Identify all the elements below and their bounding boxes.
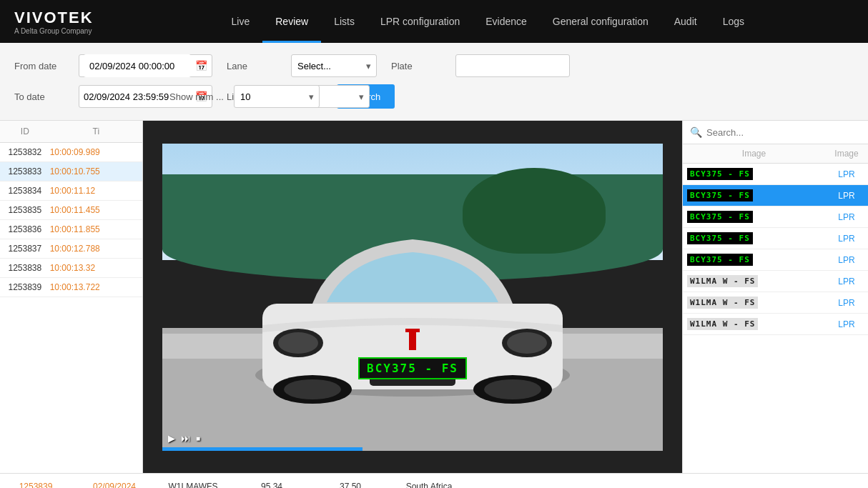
video-container: BCY375 - FS ▶ ⏭ ■ — [162, 144, 663, 451]
right-plate-text: BCY375 - FS — [687, 189, 753, 201]
app-header: VIVOTEK A Delta Group Company Live Revie… — [0, 0, 868, 43]
cell-id: 1253838 — [0, 263, 50, 273]
table-row[interactable]: 1253832 10:00:09.989 — [0, 143, 142, 162]
from-date-input-wrapper[interactable]: 📅 — [79, 54, 212, 77]
nav-review[interactable]: Review — [262, 0, 321, 43]
svg-point-8 — [284, 379, 341, 399]
table-row[interactable]: 1253834 10:00:11.12 — [0, 181, 142, 201]
right-search-icon: 🔍 — [690, 126, 702, 138]
video-progress-bar[interactable] — [162, 447, 363, 451]
bottom-country: South Africa — [400, 482, 458, 489]
svg-point-5 — [507, 332, 547, 354]
right-plate-text: BCY375 - FS — [687, 168, 753, 180]
table-row[interactable]: 1253835 10:00:11.455 — [0, 201, 142, 220]
nav-live[interactable]: Live — [219, 0, 263, 43]
bottom-plate: W1LMAWFS — [164, 482, 222, 489]
right-list-item[interactable]: BCY375 - FS LPR — [683, 206, 868, 228]
video-controls: ▶ ⏭ ■ — [162, 430, 663, 447]
lane-select-wrapper[interactable]: Select... — [291, 54, 377, 77]
cell-time: 10:00:09.989 — [50, 147, 142, 157]
play-button[interactable]: ▶ — [168, 433, 175, 444]
cell-id: 1253834 — [0, 186, 50, 196]
skip-button[interactable]: ⏭ — [181, 433, 190, 444]
license-plate-display: BCY375 - FS — [358, 357, 467, 379]
right-list-item[interactable]: BCY375 - FS LPR — [683, 164, 868, 185]
main-nav: Live Review Lists LPR configuration Evid… — [122, 0, 854, 43]
to-date-label: To date — [14, 91, 71, 102]
main-content: ID Ti 1253832 10:00:09.989 1253833 10:00… — [0, 121, 868, 473]
cell-time: 10:00:11.855 — [50, 224, 142, 234]
cell-id: 1253832 — [0, 147, 50, 157]
right-plate-text: W1LMA W - FS — [687, 275, 758, 287]
cell-id: 1253839 — [0, 282, 50, 292]
col-time-header: Ti — [50, 126, 142, 136]
right-plate-container: BCY375 - FS — [683, 209, 825, 224]
plate-label: Plate — [391, 61, 448, 71]
cell-id: 1253835 — [0, 205, 50, 215]
from-date-input[interactable] — [84, 54, 191, 77]
table-row[interactable]: 1253838 10:00:13.32 — [0, 259, 142, 278]
cell-id: 1253836 — [0, 224, 50, 234]
results-table-body: 1253832 10:00:09.989 1253833 10:00:10.75… — [0, 143, 142, 473]
right-lpr-label: LPR — [825, 234, 868, 244]
right-list-item[interactable]: BCY375 - FS LPR — [683, 185, 868, 206]
right-plate-container: BCY375 - FS — [683, 231, 825, 246]
cell-time: 10:00:13.722 — [50, 282, 142, 292]
show-num-section: Show num ... 10 25 50 — [169, 85, 320, 108]
bottom-col4: 95.34 — [243, 482, 300, 489]
table-row[interactable]: 1253833 10:00:10.755 — [0, 162, 142, 181]
right-col-lpr-header: Image — [825, 149, 868, 159]
nav-general-config[interactable]: General configuration — [540, 0, 661, 43]
cell-time: 10:00:11.455 — [50, 205, 142, 215]
svg-point-3 — [278, 332, 318, 354]
right-plate-text: BCY375 - FS — [687, 254, 753, 266]
table-row[interactable]: 1253839 10:00:13.722 — [0, 278, 142, 297]
right-lpr-label: LPR — [825, 191, 868, 201]
cell-id: 1253837 — [0, 244, 50, 254]
from-date-calendar-icon[interactable]: 📅 — [195, 60, 207, 71]
right-plate-container: BCY375 - FS — [683, 252, 825, 267]
right-plate-container: BCY375 - FS — [683, 188, 825, 203]
nav-lpr-config[interactable]: LPR configuration — [368, 0, 473, 43]
right-lpr-label: LPR — [825, 212, 868, 222]
bottom-bar: 1253839 02/09/2024 W1LMAWFS 95.34 37.50 … — [0, 473, 868, 488]
right-plate-container: W1LMA W - FS — [683, 274, 825, 289]
svg-point-10 — [484, 379, 541, 399]
right-plate-container: BCY375 - FS — [683, 166, 825, 181]
nav-evidence[interactable]: Evidence — [473, 0, 540, 43]
right-col-image-header: Image — [683, 149, 825, 159]
right-list-item[interactable]: W1LMA W - FS LPR — [683, 292, 868, 314]
nav-logs[interactable]: Logs — [710, 0, 757, 43]
table-header: ID Ti — [0, 121, 142, 143]
right-list-item[interactable]: W1LMA W - FS LPR — [683, 314, 868, 335]
left-panel: ID Ti 1253832 10:00:09.989 1253833 10:00… — [0, 121, 143, 473]
right-list-item[interactable]: W1LMA W - FS LPR — [683, 271, 868, 292]
bottom-date: 02/09/2024 — [86, 482, 143, 489]
logo-main: VIVOTEK — [14, 9, 94, 27]
right-search-input[interactable] — [706, 127, 861, 138]
lane-select[interactable]: Select... — [291, 54, 377, 77]
lane-section: Lane Select... — [227, 54, 377, 77]
video-time: ■ — [196, 434, 200, 442]
from-date-section: From date 📅 — [14, 54, 212, 77]
right-panel: 🔍 Image Image BCY375 - FS LPR BCY375 - F… — [682, 121, 868, 473]
lane-label: Lane — [227, 61, 284, 71]
show-num-select-wrapper[interactable]: 10 25 50 — [234, 85, 320, 108]
cell-time: 10:00:13.32 — [50, 263, 142, 273]
plate-section: Plate — [391, 54, 570, 77]
right-lpr-label: LPR — [825, 319, 868, 329]
nav-audit[interactable]: Audit — [661, 0, 710, 43]
right-list-item[interactable]: BCY375 - FS LPR — [683, 249, 868, 271]
car-svg — [241, 189, 584, 418]
right-list-item[interactable]: BCY375 - FS LPR — [683, 228, 868, 249]
right-plate-text: BCY375 - FS — [687, 232, 753, 244]
right-results-list: BCY375 - FS LPR BCY375 - FS LPR BCY375 -… — [683, 164, 868, 473]
right-plate-text: W1LMA W - FS — [687, 318, 758, 330]
plate-input[interactable] — [455, 54, 570, 77]
right-plate-container: W1LMA W - FS — [683, 317, 825, 332]
cell-id: 1253833 — [0, 166, 50, 176]
show-num-select[interactable]: 10 25 50 — [234, 85, 320, 108]
nav-lists[interactable]: Lists — [321, 0, 368, 43]
table-row[interactable]: 1253837 10:00:12.788 — [0, 239, 142, 259]
table-row[interactable]: 1253836 10:00:11.855 — [0, 220, 142, 239]
